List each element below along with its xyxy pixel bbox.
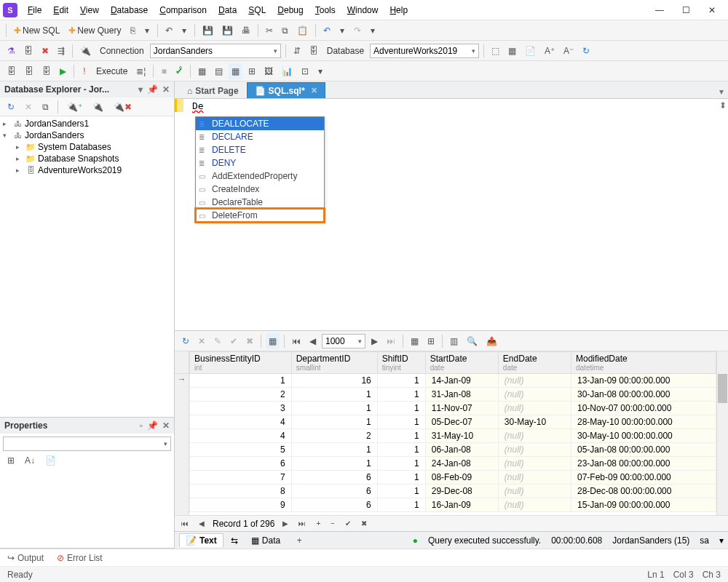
tree-node[interactable]: ▾🖧JordanSanders [0,129,174,141]
start-page-tab[interactable]: ⌂ Start Page [179,82,247,98]
column-header[interactable]: ShiftIDtinyint [377,352,425,374]
nav-del[interactable]: − [328,519,337,527]
menu-database[interactable]: Database [106,4,152,17]
table-cell[interactable]: 05-Jan-08 00:00:00.000 [571,443,716,457]
gridopt-3[interactable]: ▦ [229,63,242,79]
table-cell[interactable]: 6 [291,498,377,512]
gridopt-2[interactable]: ▤ [212,63,226,79]
prop-pages-button[interactable]: 📄 [42,453,59,469]
refresh-tree-button[interactable]: ↻ [4,99,17,115]
menu-edit[interactable]: Edit [49,4,73,17]
grid-cancel-button[interactable]: ✕ [195,333,208,349]
table-row[interactable]: 76108-Feb-09(null)07-Feb-09 00:00:00.000 [190,471,716,485]
new-sql-button[interactable]: ✚New SQL [11,23,63,39]
gridopt-6[interactable]: 📊 [279,63,296,79]
print-button[interactable]: 🖶 [239,23,253,39]
exec-to-cursor-button[interactable]: ≣¦ [133,63,149,79]
view-export-button[interactable]: 📤 [483,333,500,349]
tree-twisty[interactable]: ▸ [16,167,23,174]
page-size-combo[interactable]: 1000▾ [322,334,365,348]
save-all-button[interactable]: 💾 [219,23,236,39]
column-header[interactable]: EndDatedate [498,352,571,374]
table-cell[interactable]: 4 [190,429,292,443]
panel-close-icon[interactable]: ✕ [162,84,170,95]
menu-view[interactable]: View [76,4,103,17]
cut-button[interactable]: ✂ [263,23,276,39]
grid-mode-button[interactable]: ▦ [266,333,280,349]
autocomplete-popup[interactable]: ≣DEALLOCATE≣DECLARE≣DELETE≣DENY▭AddExten… [195,116,325,223]
table-cell[interactable]: 30-May-10 [498,415,571,429]
table-cell[interactable]: 1 [190,374,292,388]
table-cell[interactable]: 31-May-10 [425,429,498,443]
view-card-button[interactable]: ⊞ [424,333,438,349]
page-next-button[interactable]: ▶ [368,333,381,349]
sync-icon[interactable]: ⇵ [290,43,304,59]
table-row[interactable]: 42131-May-10(null)30-May-10 00:00:00.000 [190,429,716,443]
table-cell[interactable]: 7 [190,471,292,485]
table-cell[interactable]: 1 [291,457,377,471]
connection-combo[interactable]: JordanSanders▾ [150,44,281,58]
nav-last[interactable]: ⏭ [296,519,308,527]
delete-node-button[interactable]: ✕ [22,99,35,115]
results-grid[interactable]: BusinessEntityIDintDepartmentIDsmallintS… [189,351,716,515]
undo-split[interactable]: ▾ [336,23,348,39]
props-drop-icon[interactable]: ▫ [140,420,143,431]
table-cell[interactable]: 07-Feb-09 00:00:00.000 [571,471,716,485]
panel-pin-icon[interactable]: 📌 [147,84,158,95]
stop-button[interactable]: ■ [158,63,170,79]
table-row[interactable]: 51106-Jan-08(null)05-Jan-08 00:00:00.000 [190,443,716,457]
table-cell[interactable]: (null) [498,402,571,415]
tree-node[interactable]: ▸📁System Databases [0,141,174,153]
output-button[interactable]: ↪ Output [7,553,44,563]
view-table-button[interactable]: ▥ [447,333,461,349]
table-cell[interactable]: 16-Jan-09 [425,498,498,512]
table-cell[interactable]: 13-Jan-09 00:00:00.000 [571,374,716,388]
menu-comparison[interactable]: Comparison [155,4,211,17]
script-btn[interactable]: 📄 [522,43,539,59]
page-prev-button[interactable]: ◀ [306,333,319,349]
new-query-button[interactable]: ✚New Query [66,23,124,39]
db3-btn[interactable]: 🗄 [39,63,54,79]
tree-twisty[interactable]: ▸ [16,155,23,162]
flask-icon[interactable]: ⚗ [4,43,18,59]
data-tab[interactable]: ▦ Data [245,534,286,547]
table-cell[interactable]: 10-Nov-07 00:00:00.000 [571,402,716,415]
table-cell[interactable]: 05-Dec-07 [425,415,498,429]
copy-button[interactable]: ⧉ [279,23,291,39]
database-combo[interactable]: AdventureWorks2019▾ [370,44,479,58]
tree-node[interactable]: ▸📁Database Snapshots [0,153,174,164]
table-row[interactable]: 61124-Jan-08(null)23-Jan-08 00:00:00.000 [190,457,716,471]
table-cell[interactable]: 1 [377,471,425,485]
table-cell[interactable]: (null) [498,388,571,402]
nav-first[interactable]: ⏮ [179,519,191,527]
autocomplete-item[interactable]: ▭DeleteFrom [196,209,324,222]
view-grid-button[interactable]: ▦ [408,333,422,349]
table-row[interactable]: 31111-Nov-07(null)10-Nov-07 00:00:00.000 [190,402,716,415]
grid-revert-button[interactable]: ✖ [243,333,256,349]
prop-cat-button[interactable]: ⊞ [4,453,17,469]
db1-btn[interactable]: 🗄 [4,63,19,79]
editor-split-icon[interactable]: ⬍ [719,100,727,111]
table-cell[interactable]: 11-Nov-07 [425,402,498,415]
table-cell[interactable]: 6 [190,457,292,471]
grid-apply-button[interactable]: ✎ [211,333,224,349]
column-header[interactable]: StartDatedate [425,352,498,374]
menu-window[interactable]: Window [343,4,383,17]
undo-button[interactable]: ↶ [320,23,333,39]
conn-btn2[interactable]: 🔌 [90,99,106,115]
properties-selector-combo[interactable]: ▾ [3,436,171,451]
table-cell[interactable]: (null) [498,498,571,512]
minimize-button[interactable]: — [652,3,667,17]
table-cell[interactable]: 30-Jan-08 00:00:00.000 [571,388,716,402]
tree-twisty[interactable]: ▸ [16,143,23,151]
autocomplete-item[interactable]: ≣DECLARE [196,130,324,143]
nav-next[interactable]: ▶ [280,519,290,527]
table-cell[interactable]: 9 [190,498,292,512]
table-cell[interactable]: 24-Jan-08 [425,457,498,471]
table-cell[interactable]: 1 [291,443,377,457]
menu-file[interactable]: File [23,4,46,17]
table-cell[interactable]: 06-Jan-08 [425,443,498,457]
table-cell[interactable]: 15-Jan-09 00:00:00.000 [571,498,716,512]
format-btn1[interactable]: ⬚ [488,43,502,59]
table-cell[interactable]: 1 [377,402,425,415]
